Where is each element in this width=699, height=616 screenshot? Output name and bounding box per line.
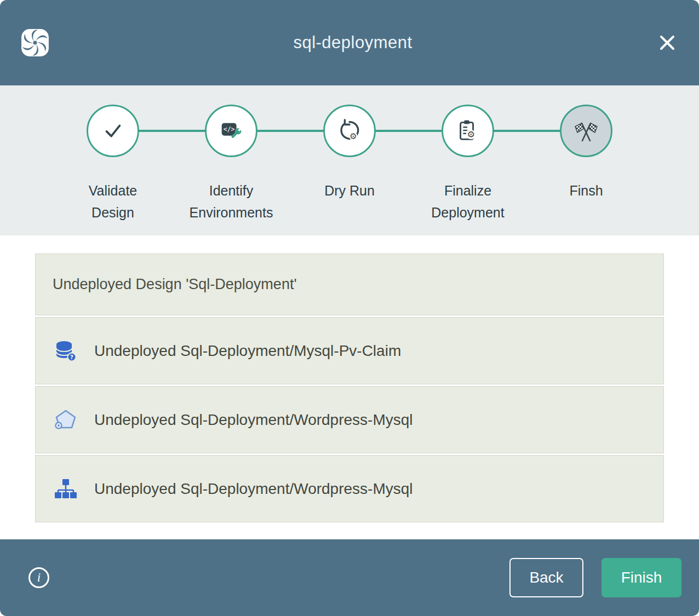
step-finalize-deployment: ⚙ Finalize Deployment [409, 105, 527, 223]
step-circle [560, 105, 612, 157]
history-gear-icon: ⚙ [337, 118, 362, 143]
database-icon: ? [53, 338, 79, 364]
dialog-header: sql-deployment [0, 0, 699, 85]
step-label: Finalize Deployment [421, 180, 515, 223]
finish-button[interactable]: Finish [601, 558, 681, 597]
step-circle: ⚙ [323, 105, 376, 157]
step-validate-design: Validate Design [54, 105, 172, 223]
wizard-dialog: sql-deployment Validate Design < [0, 0, 699, 616]
result-text: Undeployed Sql-Deployment/Mysql-Pv-Claim [94, 342, 401, 360]
step-identify-environments: </> Identify Environments [172, 105, 290, 223]
result-row: ? Undeployed Sql-Deployment/Mysql-Pv-Cla… [35, 317, 664, 384]
back-button[interactable]: Back [509, 558, 583, 597]
result-text: Undeployed Sql-Deployment/Wordpress-Mysq… [94, 411, 413, 429]
wizard-stepper: Validate Design </> Identify Environment… [0, 85, 699, 235]
result-row: Undeployed Sql-Deployment/Wordpress-Mysq… [35, 455, 664, 522]
result-text: Undeployed Sql-Deployment/Wordpress-Mysq… [94, 480, 413, 498]
sitemap-icon [53, 476, 79, 502]
check-icon [100, 118, 125, 143]
svg-text:⚙: ⚙ [350, 131, 357, 141]
clipboard-gear-icon: ⚙ [455, 118, 480, 143]
step-finish: Finsh [527, 105, 645, 223]
results-panel: Undeployed Design 'Sql-Deployment' ? Und… [0, 235, 699, 539]
result-title: Undeployed Design 'Sql-Deployment' [53, 276, 297, 293]
svg-text:</>: </> [224, 125, 235, 133]
step-label: Validate Design [66, 180, 160, 223]
checkered-flags-icon [573, 118, 599, 144]
step-circle: </> [205, 105, 257, 157]
svg-text:?: ? [70, 354, 73, 360]
code-wrench-icon: </> [219, 118, 244, 143]
result-row: Undeployed Sql-Deployment/Wordpress-Mysq… [35, 386, 664, 453]
step-circle: ⚙ [442, 105, 494, 157]
step-label: Finsh [569, 180, 603, 202]
close-icon[interactable] [656, 32, 678, 54]
step-label: Identify Environments [184, 180, 278, 223]
step-label: Dry Run [324, 180, 375, 202]
dialog-title: sql-deployment [49, 33, 656, 53]
dialog-footer: i Back Finish [0, 539, 699, 616]
result-title-row: Undeployed Design 'Sql-Deployment' [35, 254, 664, 315]
pentagon-chart-icon [53, 407, 79, 433]
swirl-logo-icon [21, 28, 49, 57]
step-circle [87, 105, 139, 157]
info-icon[interactable]: i [28, 567, 49, 588]
svg-text:⚙: ⚙ [467, 129, 475, 140]
step-dry-run: ⚙ Dry Run [290, 105, 409, 223]
